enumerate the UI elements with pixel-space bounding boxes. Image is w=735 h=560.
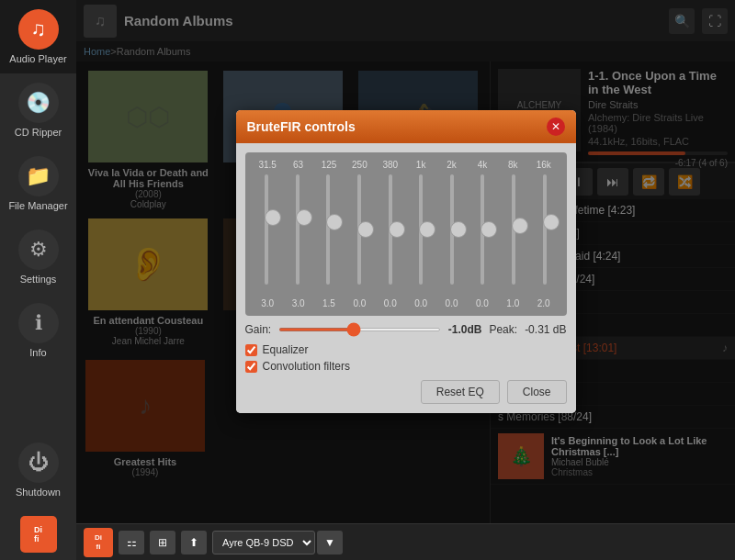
- eq-value-labels: 3.0 3.0 1.5 0.0 0.0 0.0 0.0 0.0 1.0 2.0: [253, 298, 560, 308]
- peak-value: -0.31 dB: [525, 323, 566, 336]
- eq-slider-380hz[interactable]: [378, 174, 403, 285]
- difi-bar: Difi ⚏ ⊞ ⬆ Ayre QB-9 DSD ▼: [76, 523, 735, 560]
- eq-band-9: [501, 174, 526, 294]
- eq-band-5: [378, 174, 403, 294]
- output-dropdown[interactable]: ▼: [317, 531, 343, 554]
- eq-band-3: [315, 174, 341, 294]
- modal-body: 31.5 63 125 250 380 1k 2k 4k 8k 16k: [236, 143, 576, 413]
- gain-label: Gain:: [245, 323, 272, 336]
- output-selector[interactable]: Ayre QB-9 DSD: [212, 531, 315, 554]
- reset-eq-button[interactable]: Reset EQ: [421, 380, 500, 404]
- gear-icon: ⚙: [18, 230, 59, 270]
- eq-slider-16khz[interactable]: [532, 174, 558, 285]
- eq-slider-125hz[interactable]: [315, 174, 341, 285]
- cd-icon: 💿: [18, 83, 59, 123]
- eq-slider-250hz[interactable]: [346, 174, 372, 285]
- equalizer-label: Equalizer: [263, 343, 309, 356]
- share-button[interactable]: ⬆: [181, 531, 207, 554]
- eq-band-2: [285, 174, 311, 294]
- convolution-label: Convolution filters: [263, 360, 350, 373]
- sidebar-label-audio-player: Audio Player: [9, 53, 66, 64]
- eq-band-7: [439, 174, 465, 294]
- modal-overlay: BruteFIR controls ✕ 31.5 63 125 250 380 …: [76, 0, 735, 523]
- eq-slider-1khz[interactable]: [408, 174, 434, 285]
- sidebar-label-file-manager: File Manager: [8, 200, 67, 211]
- eq-container: 31.5 63 125 250 380 1k 2k 4k 8k 16k: [245, 152, 567, 316]
- gain-value: -1.0dB: [448, 323, 482, 336]
- eq-band-6: [408, 174, 434, 294]
- sidebar-item-cd-ripper[interactable]: 💿 CD Ripper: [0, 73, 76, 147]
- eq-slider-4khz[interactable]: [469, 174, 495, 285]
- brutefir-modal: BruteFIR controls ✕ 31.5 63 125 250 380 …: [236, 110, 576, 413]
- power-icon: ⏻: [18, 442, 59, 483]
- layout-button[interactable]: ⊞: [150, 531, 175, 554]
- modal-header: BruteFIR controls ✕: [236, 110, 576, 143]
- modal-close-button[interactable]: ✕: [547, 118, 565, 136]
- sidebar-item-audio-player[interactable]: ♫ Audio Player: [0, 0, 76, 73]
- gain-slider[interactable]: [278, 328, 441, 331]
- sidebar-label-settings: Settings: [20, 274, 57, 285]
- close-button[interactable]: Close: [507, 380, 567, 404]
- info-icon: ℹ: [18, 303, 59, 343]
- eq-freq-labels: 31.5 63 125 250 380 1k 2k 4k 8k 16k: [253, 160, 560, 170]
- sidebar-label-shutdown: Shutdown: [16, 487, 61, 498]
- peak-label: Peak:: [489, 323, 517, 336]
- modal-title: BruteFIR controls: [247, 119, 356, 134]
- convolution-checkbox[interactable]: [245, 361, 257, 373]
- gain-row: Gain: -1.0dB Peak: -0.31 dB: [245, 323, 567, 336]
- eq-band-4: [346, 174, 372, 294]
- difi-logo-bottom: Difi: [84, 528, 113, 557]
- music-icon: ♫: [18, 9, 59, 50]
- equalizer-button[interactable]: ⚏: [119, 531, 144, 554]
- convolution-checkbox-row: Convolution filters: [245, 360, 567, 373]
- equalizer-checkbox[interactable]: [245, 344, 257, 356]
- sidebar-item-shutdown[interactable]: ⏻ Shutdown: [0, 433, 76, 507]
- eq-slider-31hz[interactable]: [254, 174, 279, 285]
- sidebar: ♫ Audio Player 💿 CD Ripper 📁 File Manage…: [0, 0, 76, 560]
- modal-buttons: Reset EQ Close: [245, 380, 567, 404]
- eq-band-8: [469, 174, 495, 294]
- sidebar-label-info: Info: [29, 347, 46, 358]
- eq-band-10: [532, 174, 558, 294]
- sidebar-label-cd-ripper: CD Ripper: [15, 127, 62, 138]
- difi-logo: Difi: [20, 516, 57, 553]
- eq-sliders: [253, 174, 560, 294]
- sidebar-item-settings[interactable]: ⚙ Settings: [0, 220, 76, 294]
- eq-slider-63hz[interactable]: [285, 174, 311, 285]
- eq-slider-2khz[interactable]: [439, 174, 465, 285]
- eq-band-1: [254, 174, 279, 294]
- sidebar-item-file-manager[interactable]: 📁 File Manager: [0, 147, 76, 220]
- folder-icon: 📁: [18, 156, 59, 196]
- equalizer-checkbox-row: Equalizer: [245, 343, 567, 356]
- eq-slider-8khz[interactable]: [501, 174, 526, 285]
- sidebar-item-info[interactable]: ℹ Info: [0, 294, 76, 367]
